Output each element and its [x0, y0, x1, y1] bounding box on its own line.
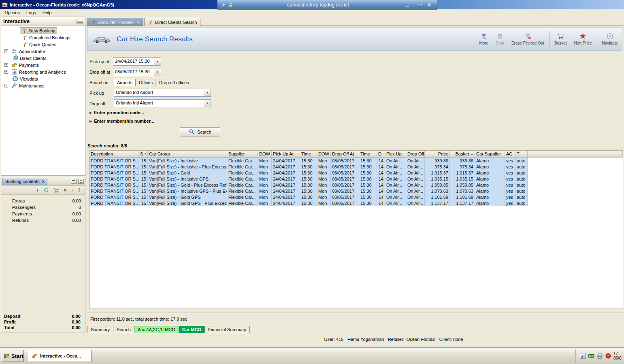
- results-row[interactable]: FORD TRANSIT OR S...15Van(Full Size) - G…: [89, 182, 623, 188]
- refresh-icon[interactable]: [43, 187, 49, 193]
- tab-book-ref-none[interactable]: Book. ref.: <none>×: [87, 18, 143, 26]
- column-header-d[interactable]: D: [377, 151, 385, 158]
- tray-printer-icon[interactable]: [596, 353, 603, 359]
- taskbar-task-button[interactable]: Interactive - Ocea...: [28, 350, 92, 362]
- dropoff-combo[interactable]: Orlando Intl Airport ▼: [114, 99, 211, 107]
- search-button[interactable]: Search: [180, 127, 220, 136]
- results-row[interactable]: FORD TRANSIT OR S...15Van(Full Size) - G…: [89, 200, 623, 206]
- column-header-description[interactable]: Description: [89, 151, 139, 158]
- menu-item-logs[interactable]: Logs: [23, 10, 39, 15]
- results-row[interactable]: FORD TRANSIT OR S...15Van(Full Size) - G…: [89, 170, 623, 176]
- sidebar-item-reporting-and-analytics[interactable]: +Reporting and Analytics: [1, 68, 85, 75]
- panel-float-button[interactable]: [78, 179, 84, 184]
- results-row[interactable]: FORD TRANSIT OR S...15Van(Full Size) - I…: [89, 188, 623, 194]
- panel-pin-button[interactable]: [71, 179, 77, 184]
- sidebar-item-direct-clients[interactable]: Direct Clients: [1, 55, 85, 62]
- search-in-tab-airports[interactable]: Airports: [114, 79, 136, 86]
- pickup-at-combo[interactable]: 24/04/2017 15:30 ▼: [113, 57, 161, 66]
- bottom-tab-search[interactable]: Search: [113, 326, 134, 333]
- toolbar-erase-filtered-out-button[interactable]: Erase Filtered Out: [508, 33, 548, 45]
- column-header-ac[interactable]: AC: [505, 151, 515, 158]
- dropoff-at-combo[interactable]: 08/05/2017 15:30 ▼: [113, 68, 161, 76]
- column-header-basket[interactable]: Basket▲: [450, 151, 475, 158]
- booking-close-icon[interactable]: ×: [42, 179, 44, 184]
- basket-remove-icon[interactable]: [53, 187, 59, 193]
- bottom-tab-acc-4a-2c-1i-mco[interactable]: Acc 4A,2C,1I MCO: [134, 326, 179, 333]
- tray-chart-icon[interactable]: [579, 353, 586, 359]
- cell-d: 14: [377, 182, 385, 188]
- booking-contents-tab[interactable]: Booking contents ×: [2, 178, 47, 185]
- column-header-dow[interactable]: DOW: [258, 151, 272, 158]
- column-header-car-group[interactable]: Car Group: [148, 151, 227, 158]
- results-row[interactable]: FORD TRANSIT OR S...15Van(Full Size) - I…: [89, 164, 623, 170]
- results-row[interactable]: FORD TRANSIT OR S...15Van(Full Size) - I…: [89, 158, 623, 164]
- toolbar-navigate-button[interactable]: Navigate: [598, 33, 622, 45]
- cell-supplier: Flexible Car...: [227, 182, 258, 188]
- cell-basket: 1,137.17: [450, 200, 475, 206]
- column-header-dow[interactable]: DOW: [317, 151, 331, 158]
- sidebar-item-completed-bookings[interactable]: Completed Bookings: [1, 34, 85, 41]
- tab-close-icon[interactable]: ×: [137, 20, 140, 25]
- sidebar-item-administrator[interactable]: +Administrator: [1, 48, 85, 55]
- toolbar-more-button[interactable]: More: [476, 33, 492, 45]
- column-header-price[interactable]: Price: [425, 151, 450, 158]
- toolbar-nett-price-button[interactable]: Nett Price: [571, 33, 596, 45]
- bottom-tab-car-mco[interactable]: Car MCO: [179, 326, 205, 333]
- expand-plus-icon[interactable]: +: [4, 84, 8, 87]
- bottom-tab-summary[interactable]: Summary: [87, 326, 113, 333]
- status-separator: [87, 313, 622, 313]
- results-row[interactable]: FORD TRANSIT OR S...15Van(Full Size) - G…: [89, 194, 623, 200]
- search-in-tab-drop-off-offices[interactable]: Drop off offices: [156, 79, 192, 86]
- add-item-icon[interactable]: +: [36, 187, 39, 193]
- tab-direct-clients-search[interactable]: Direct Clients Search: [144, 18, 200, 26]
- expand-plus-icon[interactable]: +: [4, 49, 8, 53]
- column-header-time[interactable]: Time: [300, 151, 317, 158]
- toolbar-basket-button[interactable]: Basket: [551, 33, 571, 45]
- promotion-code-link[interactable]: ▶ Enter promotion code...: [89, 110, 144, 115]
- header-toolbar: MoreStopErase Filtered OutBasketNett Pri…: [476, 28, 622, 50]
- tray-keyboard-icon[interactable]: [588, 353, 594, 359]
- dropoff-at-dropdown-icon[interactable]: ▼: [154, 68, 161, 76]
- column-header-pick-up-at[interactable]: Pick Up At: [272, 151, 300, 158]
- expand-plus-icon[interactable]: +: [4, 70, 8, 74]
- delete-icon[interactable]: ×: [64, 187, 67, 193]
- info-icon[interactable]: i: [78, 187, 80, 193]
- taskbar-separator: [26, 350, 26, 362]
- results-row[interactable]: FORD TRANSIT OR S...15Van(Full Size) - I…: [89, 176, 623, 182]
- search-in-tab-offices[interactable]: Offices: [136, 79, 156, 86]
- rdp-minimize-button[interactable]: [403, 1, 412, 9]
- sidebar-item-viewdata[interactable]: Viewdata: [1, 75, 85, 82]
- column-header-s[interactable]: S: [139, 151, 148, 158]
- sidebar-item-quick-quotes[interactable]: Quick Quotes: [1, 41, 85, 48]
- sidebar-item-new-booking[interactable]: New Booking: [1, 27, 85, 34]
- pickup-at-dropdown-icon[interactable]: ▼: [154, 58, 161, 65]
- pickup-combo[interactable]: Orlando Intl Airport ▼: [114, 89, 211, 97]
- column-header-supplier[interactable]: Supplier: [227, 151, 258, 158]
- pin-icon[interactable]: [221, 2, 226, 8]
- start-button[interactable]: Start: [1, 350, 24, 362]
- cell-time: 15:30: [300, 158, 317, 164]
- membership-number-link[interactable]: ▶ Enter membership number...: [89, 119, 154, 123]
- column-header-t[interactable]: T: [515, 151, 528, 158]
- column-header-drop-off-at[interactable]: Drop Off At: [331, 151, 359, 158]
- expand-plus-icon[interactable]: +: [4, 63, 8, 67]
- panel-collapse-button[interactable]: [77, 19, 83, 24]
- rdp-close-button[interactable]: ×: [425, 1, 434, 9]
- tray-alert-icon[interactable]: [605, 353, 611, 359]
- column-header-drop-off[interactable]: Drop Off: [406, 151, 425, 158]
- windows-flag-icon: [4, 353, 10, 359]
- toolbar-stop-button[interactable]: Stop: [492, 33, 508, 45]
- cell-description: FORD TRANSIT OR S...: [89, 200, 139, 206]
- column-header-pick-up[interactable]: Pick Up: [385, 151, 406, 158]
- column-header-time[interactable]: Time: [359, 151, 377, 158]
- column-header-car-supplier[interactable]: Car Supplier: [475, 151, 505, 158]
- export-up-icon[interactable]: ↑: [71, 187, 74, 193]
- sidebar-item-maintenance[interactable]: +Maintenance: [1, 82, 85, 89]
- sidebar-item-payments[interactable]: +Payments: [1, 62, 85, 68]
- menu-item-help[interactable]: Help: [39, 10, 55, 15]
- menu-item-options[interactable]: Options: [1, 10, 23, 15]
- pickup-dropdown-icon[interactable]: ▼: [204, 89, 211, 96]
- dropoff-dropdown-icon[interactable]: ▼: [204, 100, 211, 107]
- bottom-tab-financial-summary[interactable]: Financial Summary: [205, 326, 250, 333]
- rdp-restore-button[interactable]: [414, 1, 423, 9]
